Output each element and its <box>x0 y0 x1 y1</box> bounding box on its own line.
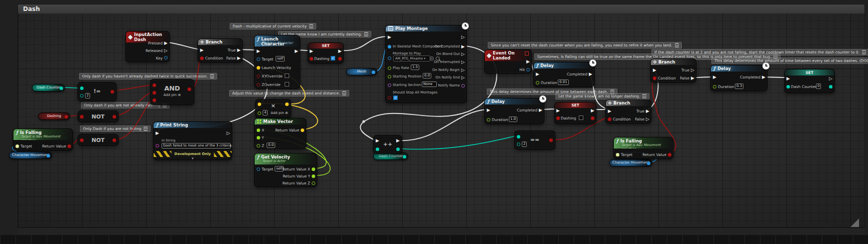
key-pin[interactable] <box>164 56 168 60</box>
node-delay-001[interactable]: ƒDelay ▶ Completed▶ Duration 0.01 <box>533 62 594 87</box>
dash-counter-pin[interactable] <box>786 85 790 88</box>
node-set-dash-counter[interactable]: SET ▶ ▷ Dash Counter 0 <box>784 69 834 93</box>
resize-handle[interactable] <box>850 218 859 227</box>
condition-pin[interactable] <box>653 76 656 80</box>
node-set-dashing-true[interactable]: SET ▶ ▶ Dashing ✓ <box>308 42 344 64</box>
comment-if-counter-2[interactable]: If the dash counter is at 2 and you are … <box>651 49 868 56</box>
node-not-2[interactable]: NOT <box>78 134 119 146</box>
input-b-pin[interactable] <box>258 112 261 115</box>
node-is-falling-left[interactable]: ƒIs FallingTarget is Nav Movement Interf… <box>13 128 73 150</box>
exec-pin[interactable]: ▶ <box>653 68 656 72</box>
exec-pin[interactable]: ▶ <box>237 56 241 60</box>
montage-pin[interactable] <box>388 56 391 60</box>
target-pin[interactable] <box>257 168 260 171</box>
comment-adjust-value[interactable]: Adjust this value to change the dash spe… <box>229 90 349 96</box>
exec-pin[interactable]: ▶ <box>237 48 241 52</box>
variable-character-movement[interactable]: Character Movement <box>9 152 52 159</box>
exec-pin[interactable]: ▶ <box>713 75 716 80</box>
node-print-string[interactable]: ƒPrint String ▶ ▷ In String Dash failed … <box>153 122 232 160</box>
result-pin[interactable] <box>549 138 553 142</box>
exec-pin[interactable]: ▶ <box>608 109 611 114</box>
exec-pin[interactable]: ▶ <box>526 60 530 64</box>
node-branch-right[interactable]: Branch ▶ True▷ Condition False▶ <box>650 58 696 82</box>
object-pin[interactable] <box>47 154 50 158</box>
int-pin[interactable] <box>60 86 63 90</box>
object-pin[interactable] <box>647 162 650 165</box>
duration-value[interactable]: 0.3 <box>735 84 743 89</box>
xy-override-checkbox[interactable] <box>285 74 289 78</box>
node-not-equal[interactable]: 2 != <box>78 82 117 101</box>
y-pin[interactable] <box>257 136 260 140</box>
result-pin[interactable] <box>113 138 116 142</box>
target-pin[interactable] <box>16 144 19 148</box>
dashing-checkbox[interactable]: ✓ <box>331 56 335 60</box>
comment-dash-multiplicative[interactable]: Dash - multiplicative of current velocit… <box>230 23 316 30</box>
in-string-value[interactable]: Dash failed to meet one of the 3 criteri… <box>162 143 231 148</box>
exec-pin[interactable]: ▶ <box>338 49 342 54</box>
dashing-out-pin[interactable] <box>591 116 594 120</box>
bool-pin[interactable] <box>65 115 68 118</box>
add-pin-button[interactable]: Add pin ⊕ <box>271 111 288 116</box>
exec-pin[interactable]: ▷ <box>461 52 465 56</box>
exec-pin[interactable]: ▷ <box>829 76 832 81</box>
notify-name-pin[interactable] <box>461 84 465 88</box>
variable-mesh[interactable]: Mesh <box>346 68 377 76</box>
comment-doom-style[interactable]: This delay determines the amount of time… <box>711 58 868 64</box>
x-pin[interactable] <box>257 128 260 132</box>
node-is-falling-right[interactable]: ƒIs FallingTarget is Nav Movement Interf… <box>613 137 673 159</box>
duration-pin[interactable] <box>713 85 716 88</box>
node-play-montage[interactable]: Play Montage ▶ ▷ In Skeletal Mesh Compon… <box>385 25 467 103</box>
dash-counter-out-pin[interactable] <box>829 85 832 88</box>
exec-pin[interactable]: ▷ <box>461 35 465 40</box>
stop-all-checkbox[interactable]: ✓ <box>393 96 398 100</box>
target-pin[interactable] <box>616 153 619 156</box>
return-value-x-pin[interactable] <box>312 168 315 171</box>
result-pin[interactable] <box>111 90 114 94</box>
exec-pin[interactable]: ▶ <box>762 75 765 80</box>
exec-pin[interactable]: ▶ <box>310 49 313 54</box>
return-value-pin[interactable] <box>68 144 71 148</box>
exec-pin[interactable]: ▶ <box>461 44 465 49</box>
dashing-checkbox[interactable] <box>579 116 583 120</box>
return-value-pin[interactable] <box>668 153 671 156</box>
play-rate-pin[interactable] <box>388 66 391 70</box>
return-value-pin[interactable] <box>301 128 304 132</box>
use-selected-icon[interactable] <box>430 56 434 60</box>
node-delay-10[interactable]: ƒDelay ▶ Completed▶ Duration 1.0 <box>484 98 544 124</box>
input-b-pin[interactable] <box>517 142 520 146</box>
exec-pin[interactable]: ▶ <box>164 41 168 46</box>
input-b-pin[interactable] <box>80 94 84 98</box>
montage-dropdown[interactable]: AM_RTG_Mixamo▾ <box>393 56 430 62</box>
stop-all-pin[interactable] <box>388 96 391 100</box>
target-value[interactable]: self <box>276 56 285 62</box>
value-out-pin[interactable] <box>396 148 400 151</box>
hit-pin[interactable] <box>526 68 530 72</box>
duration-value[interactable]: 1.0 <box>509 116 517 122</box>
exec-pin[interactable]: ▶ <box>646 109 649 114</box>
node-equal[interactable]: 2 == <box>514 130 555 150</box>
duration-pin[interactable] <box>536 81 539 84</box>
variable-dash-counter[interactable]: Dash Counter <box>32 84 65 92</box>
node-multiply[interactable]: × 4 Add pin ⊕ <box>255 99 291 118</box>
exec-pin[interactable]: ▶ <box>156 131 159 136</box>
exec-pin[interactable]: ▶ <box>589 72 592 76</box>
exec-pin[interactable]: ▷ <box>691 68 694 72</box>
multiplier-value[interactable]: 4 <box>263 110 268 116</box>
int-pin[interactable] <box>403 155 406 158</box>
node-increment[interactable]: ▶ ▶ ++ <box>373 135 402 154</box>
exec-pin[interactable]: ▶ <box>487 108 490 112</box>
dashing-out-pin[interactable] <box>338 57 342 60</box>
value-in-pin[interactable] <box>376 148 379 151</box>
z-pin[interactable] <box>257 144 260 148</box>
starting-section-pin[interactable] <box>388 84 391 87</box>
duration-value[interactable]: 0.01 <box>558 80 569 85</box>
starting-position-pin[interactable] <box>388 75 391 78</box>
exec-pin[interactable]: ▶ <box>388 35 391 40</box>
exec-pin[interactable]: ▷ <box>646 117 649 122</box>
comment-no-longer-dashing[interactable]: Let the game know I am no longer dashing… <box>555 93 649 100</box>
return-value-z-pin[interactable] <box>312 182 315 185</box>
play-rate-value[interactable]: 1.5 <box>411 64 419 70</box>
expander-chevron-icon[interactable]: ▾ <box>192 156 194 160</box>
exec-pin[interactable]: ▶ <box>200 48 204 52</box>
node-branch-middle[interactable]: Branch ▶ True▶ Condition False▷ <box>605 100 651 124</box>
